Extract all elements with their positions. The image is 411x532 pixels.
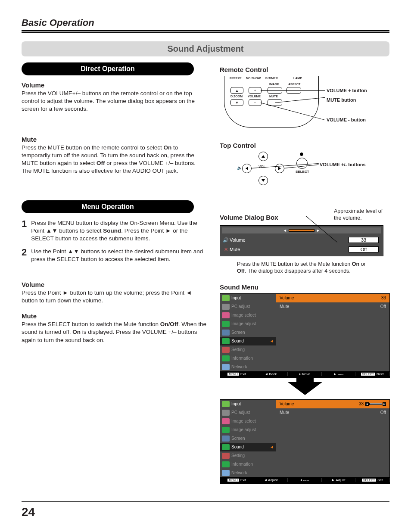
callout-mute: MUTE button <box>327 97 356 103</box>
sound-menu-2: InputVolume33◄►PC adjustMuteOffImage sel… <box>220 399 390 484</box>
mute-heading: Mute <box>22 136 207 143</box>
menu-volume-heading: Volume <box>22 281 207 288</box>
callout-volume-minus: VOLUME - button <box>327 117 366 122</box>
down-arrow-icon <box>288 382 322 395</box>
page-number: 24 <box>22 505 35 519</box>
approx-level-note: Approximate level of the volume. <box>334 208 390 222</box>
volume-value: 33 <box>349 237 379 243</box>
direct-operation-heading: Direct Operation <box>22 62 194 75</box>
sound-menu-1: InputVolume33PC adjustMuteOffImage selec… <box>220 293 390 378</box>
sound-menu-heading: Sound Menu <box>220 283 390 291</box>
callout-volume-pm: VOLUME +/- buttons <box>320 162 366 167</box>
remote-control-heading: Remote Control <box>220 66 390 73</box>
menu-mute-heading: Mute <box>22 312 207 320</box>
mute-icon: ✕ <box>222 247 230 252</box>
volume-minus-button: − <box>249 99 262 106</box>
volume-plus-button: + <box>249 87 262 94</box>
speaker-icon: 🔊 <box>222 237 230 243</box>
volume-dialog-heading: Volume Dialog Box <box>220 214 278 221</box>
top-control-diagram: VOL 🔈 SELECT VOLUME +/- buttons <box>220 152 390 195</box>
menu-operation-heading: Menu Operation <box>22 200 194 213</box>
mute-value: Off <box>349 246 379 252</box>
mute-text: Press the MUTE button on the remote cont… <box>22 144 207 175</box>
page-title: Sound Adjustment <box>22 41 389 56</box>
divider <box>22 32 389 33</box>
remote-control-diagram: FREEZE NO SHOW P-TIMER LAMP IMAGE ASPECT… <box>220 76 390 138</box>
volume-dialog-note: Press the MUTE button to set the Mute fu… <box>237 261 366 275</box>
volume-dialog-box: ◄► 🔊 Volume 33 ✕ Mute Off <box>220 225 383 256</box>
section-header: Basic Operation <box>22 17 389 30</box>
divider <box>22 30 389 31</box>
callout-volume-plus: VOLUME + button <box>327 88 367 93</box>
footer-divider <box>22 501 389 502</box>
step-2: 2 Use the Point ▲▼ buttons to select the… <box>22 248 207 263</box>
menu-mute-text: Press the SELECT button to switch the Mu… <box>22 320 207 344</box>
volume-heading: Volume <box>22 81 207 89</box>
volume-text: Press the VOLUME+/– buttons on the remot… <box>22 90 207 113</box>
step-1: 1 Press the MENU button to display the O… <box>22 219 207 243</box>
menu-volume-text: Press the Point ► button to turn up the … <box>22 289 207 305</box>
top-control-heading: Top Control <box>220 142 390 149</box>
